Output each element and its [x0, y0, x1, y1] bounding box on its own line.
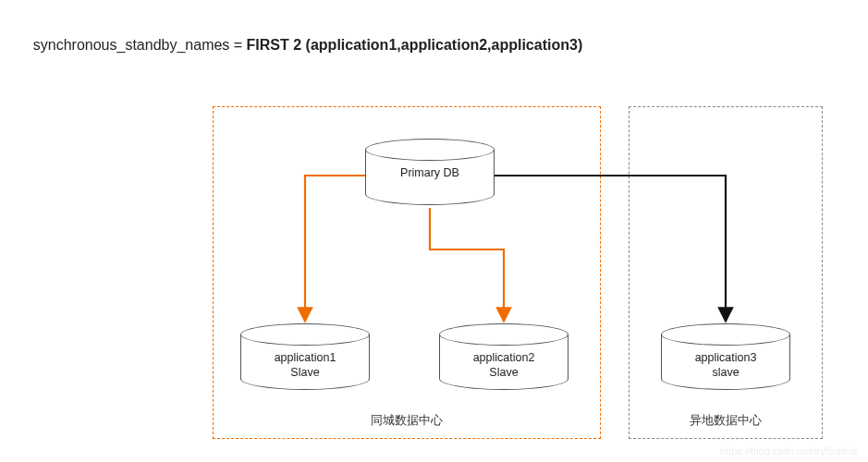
cylinder-top	[240, 323, 370, 346]
config-title: synchronous_standby_names = FIRST 2 (app…	[17, 20, 582, 70]
app1-name: application1	[275, 351, 336, 364]
cylinder-top	[365, 139, 495, 161]
app3-role: slave	[712, 366, 739, 379]
diagram-root: synchronous_standby_names = FIRST 2 (app…	[0, 0, 868, 462]
app2-role: Slave	[489, 366, 518, 379]
app3-slave-label: application3 slave	[661, 351, 790, 380]
app1-slave: application1 Slave	[240, 323, 370, 393]
app2-slave-label: application2 Slave	[439, 351, 568, 380]
app1-role: Slave	[290, 366, 319, 379]
primary-db-label: Primary DB	[365, 166, 495, 181]
config-prefix: synchronous_standby_names =	[33, 37, 247, 53]
app1-slave-label: application1 Slave	[240, 351, 370, 380]
config-value: FIRST 2 (application1,application2,appli…	[247, 37, 583, 53]
cylinder-top	[661, 323, 790, 346]
primary-db: Primary DB	[365, 139, 495, 208]
app2-name: application2	[473, 351, 535, 364]
remote-datacenter-label: 异地数据中心	[630, 412, 822, 429]
cylinder-top	[439, 323, 568, 346]
app3-slave: application3 slave	[661, 323, 790, 393]
local-datacenter-label: 同城数据中心	[214, 412, 600, 429]
app3-name: application3	[695, 351, 757, 364]
app2-slave: application2 Slave	[439, 323, 568, 393]
watermark-text: https://blog.csdn.net/trySophia	[720, 445, 857, 456]
